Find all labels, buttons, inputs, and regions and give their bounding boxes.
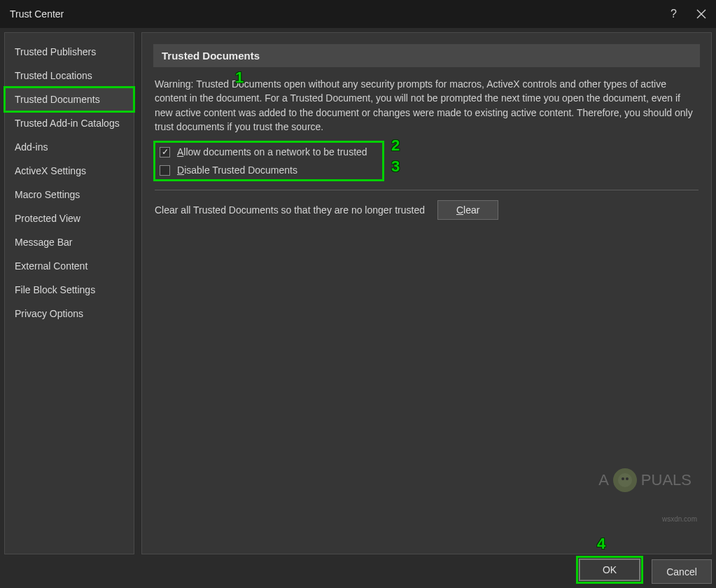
checkbox-disable-trusted[interactable]: Disable Trusted Documents [155,161,382,179]
sidebar-item-message-bar[interactable]: Message Bar [5,230,134,254]
checkbox-label: Disable Trusted Documents [177,164,297,176]
ok-button[interactable]: OK [580,559,640,580]
watermark-logo-icon [613,468,637,492]
help-icon[interactable]: ? [668,8,680,20]
sidebar-item-macro-settings[interactable]: Macro Settings [5,183,134,206]
annotation-2: 2 [391,136,400,155]
close-icon[interactable] [692,5,710,23]
checkbox-allow-network[interactable]: Allow documents on a network to be trust… [155,143,382,161]
sidebar-item-trusted-addin-catalogs[interactable]: Trusted Add-in Catalogs [5,111,134,135]
titlebar-actions: ? [668,0,710,28]
checkbox-label: Allow documents on a network to be trust… [177,146,367,158]
sidebar-item-add-ins[interactable]: Add-ins [5,135,134,159]
sidebar-item-trusted-locations[interactable]: Trusted Locations [5,64,134,88]
sidebar: Trusted Publishers Trusted Locations Tru… [4,32,134,554]
sidebar-item-privacy-options[interactable]: Privacy Options [5,302,134,326]
clear-text: Clear all Trusted Documents so that they… [155,204,425,216]
watermark: A PUALS [598,468,692,492]
cancel-button[interactable]: Cancel [652,559,712,584]
section-header: Trusted Documents [153,44,700,67]
svg-point-2 [618,473,632,487]
dialog-body: Trusted Publishers Trusted Locations Tru… [0,28,716,559]
checkbox-icon[interactable] [160,147,170,158]
sidebar-item-trusted-documents[interactable]: Trusted Documents [5,88,134,111]
sidebar-item-activex-settings[interactable]: ActiveX Settings [5,159,134,183]
annotation-3: 3 [391,158,400,176]
divider [155,190,699,190]
warning-text: Warning: Trusted Documents open without … [155,77,699,134]
titlebar: Trust Center ? [0,0,716,28]
clear-row: Clear all Trusted Documents so that they… [153,199,700,221]
credit-text: wsxdn.com [662,515,697,523]
sidebar-item-external-content[interactable]: External Content [5,254,134,278]
content-panel: Trusted Documents Warning: Trusted Docum… [141,32,712,554]
sidebar-item-protected-view[interactable]: Protected View [5,206,134,230]
window-title: Trust Center [10,8,64,20]
svg-point-3 [622,477,624,480]
sidebar-item-trusted-publishers[interactable]: Trusted Publishers [5,40,134,64]
dialog-footer: OK 4 Cancel [576,556,712,584]
checkbox-icon[interactable] [160,165,170,176]
clear-button[interactable]: Clear [437,200,498,220]
svg-point-4 [626,477,629,480]
sidebar-item-file-block-settings[interactable]: File Block Settings [5,278,134,302]
